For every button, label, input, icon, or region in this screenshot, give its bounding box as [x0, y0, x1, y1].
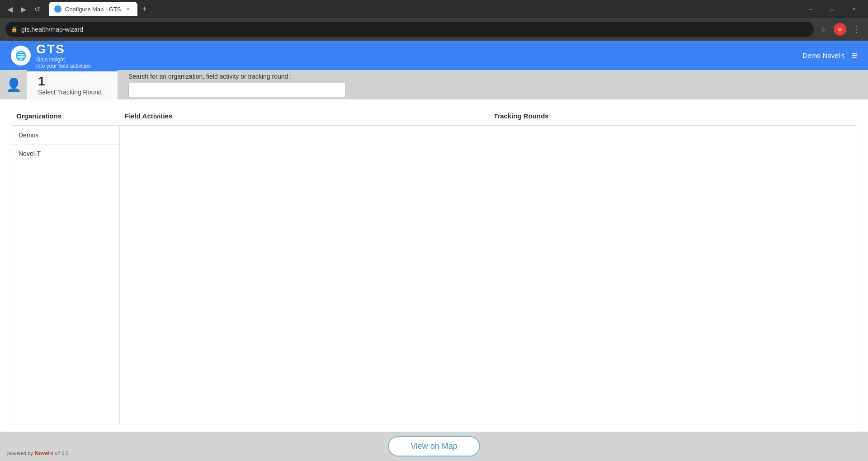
- field-activities-column-header: Field Activities: [119, 110, 488, 122]
- tab-close-button[interactable]: ×: [125, 5, 132, 13]
- list-item[interactable]: Novel-T: [11, 145, 119, 163]
- powered-by-label: powered by: [7, 451, 33, 456]
- bookmark-button[interactable]: ☆: [817, 23, 830, 36]
- footer: View on Map powered by Novel-t v2.0.0: [0, 432, 868, 461]
- step-label: Select Tracking Round: [38, 89, 107, 96]
- minimize-button[interactable]: ─: [800, 3, 821, 15]
- columns-header: Organizations Field Activities Tracking …: [11, 107, 857, 126]
- reload-button[interactable]: ↺: [31, 3, 43, 15]
- view-on-map-button[interactable]: View on Map: [388, 436, 480, 456]
- url-input[interactable]: [21, 26, 808, 33]
- tab-title: Configure Map - GTS: [65, 6, 121, 13]
- browser-menu-button[interactable]: ⋮: [850, 23, 863, 36]
- maximize-button[interactable]: □: [822, 3, 843, 15]
- step-tab[interactable]: 1 Select Tracking Round: [27, 70, 118, 99]
- field-activities-column: [120, 126, 488, 424]
- search-area: Search for an organization, field activi…: [118, 70, 868, 99]
- main-content: Organizations Field Activities Tracking …: [0, 99, 868, 432]
- person-icon: 👤: [6, 77, 22, 92]
- tab-bar: ◀ ▶ ↺ Configure Map - GTS × + ─ □ ×: [0, 0, 868, 18]
- search-label: Search for an organization, field activi…: [128, 73, 857, 80]
- logo-gts-text: GTS: [36, 42, 91, 56]
- tab-favicon: [54, 5, 61, 13]
- back-forward-group: ◀ ▶ ↺: [4, 3, 43, 15]
- step-icon-area: 👤: [0, 70, 27, 99]
- tracking-rounds-column: [488, 126, 857, 424]
- logo-text-group: GTS Gain insight into your field activit…: [36, 42, 91, 69]
- search-input[interactable]: [128, 83, 345, 97]
- active-tab[interactable]: Configure Map - GTS ×: [49, 2, 137, 16]
- logo-icon: 🌐: [11, 46, 31, 66]
- address-bar[interactable]: 🔒: [5, 22, 814, 37]
- logo-tagline-line1: Gain insight: [36, 56, 91, 63]
- header-right: Demo Novel-t ≡: [802, 50, 857, 61]
- version-label: v2.0.0: [55, 451, 69, 456]
- hamburger-menu-button[interactable]: ≡: [851, 50, 857, 61]
- organizations-column-header: Organizations: [11, 110, 119, 122]
- step-bar: 👤 1 Select Tracking Round Search for an …: [0, 70, 868, 99]
- organizations-column: Demos Novel-T: [11, 126, 120, 424]
- address-bar-row: 🔒 ☆ U ⋮: [0, 18, 868, 41]
- columns-body: Demos Novel-T: [11, 126, 857, 424]
- new-tab-button[interactable]: +: [139, 4, 150, 14]
- close-window-button[interactable]: ×: [844, 3, 864, 15]
- footer-powered-by: powered by Novel-t v2.0.0: [7, 450, 69, 456]
- extension-button[interactable]: U: [834, 23, 846, 36]
- logo-area: 🌐 GTS Gain insight into your field activ…: [11, 42, 91, 69]
- back-button[interactable]: ◀: [4, 3, 16, 15]
- app-header: 🌐 GTS Gain insight into your field activ…: [0, 41, 868, 70]
- lock-icon: 🔒: [11, 26, 18, 33]
- user-name: Demo Novel-t: [802, 52, 844, 59]
- powered-by-brand: Novel-t: [35, 450, 53, 456]
- app-container: 🌐 GTS Gain insight into your field activ…: [0, 41, 868, 461]
- step-number: 1: [38, 75, 107, 88]
- browser-chrome: ◀ ▶ ↺ Configure Map - GTS × + ─ □ × 🔒 ☆ …: [0, 0, 868, 41]
- forward-button[interactable]: ▶: [17, 3, 30, 15]
- logo-symbol: 🌐: [15, 50, 27, 61]
- window-controls: ─ □ ×: [800, 3, 864, 15]
- tracking-rounds-column-header: Tracking Rounds: [488, 110, 857, 122]
- list-item[interactable]: Demos: [11, 126, 119, 145]
- logo-tagline-line2: into your field activities: [36, 63, 91, 69]
